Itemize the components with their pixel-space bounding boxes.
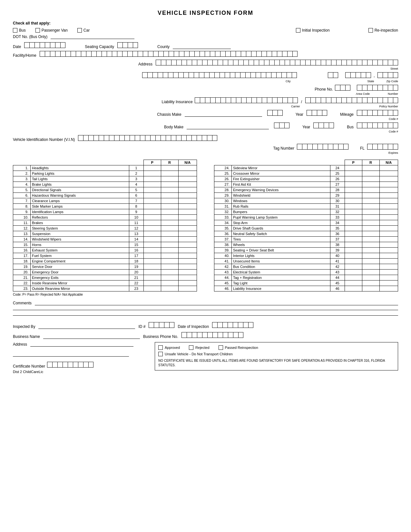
inspection-cell[interactable] [178,242,197,248]
inspection-cell[interactable] [143,226,161,231]
chassis-code-field[interactable] [267,110,283,117]
inspection-cell[interactable] [161,165,178,171]
inspection-cell[interactable] [161,231,178,237]
inspection-cell[interactable] [178,226,197,231]
inspection-cell[interactable] [362,259,379,264]
inspection-cell[interactable] [379,182,398,187]
inspection-cell[interactable] [143,165,161,171]
seating-field[interactable] [117,42,138,49]
fl-field[interactable] [367,144,398,151]
address-city-field[interactable] [142,72,297,79]
dot-field[interactable] [51,39,134,39]
inspection-cell[interactable] [178,182,197,187]
comments-field[interactable] [35,305,398,305]
inspection-cell[interactable] [178,286,197,291]
inspection-cell[interactable] [379,193,398,198]
reinspection-checkbox-box[interactable] [368,28,373,33]
inspection-cell[interactable] [345,209,362,215]
inspection-cell[interactable] [143,270,161,275]
inspection-cell[interactable] [161,275,178,281]
inspection-cell[interactable] [178,176,197,182]
inspection-cell[interactable] [161,204,178,209]
approved-checkbox[interactable] [158,345,163,350]
inspection-cell[interactable] [178,248,197,253]
inspection-cell[interactable] [178,220,197,226]
inspection-cell[interactable] [362,171,379,176]
inspection-cell[interactable] [379,171,398,176]
inspection-cell[interactable] [178,259,197,264]
inspection-cell[interactable] [178,198,197,204]
inspection-cell[interactable] [143,275,161,281]
inspection-cell[interactable] [161,286,178,291]
inspection-cell[interactable] [379,275,398,281]
inspection-cell[interactable] [362,176,379,182]
inspection-cell[interactable] [345,275,362,281]
inspection-cell[interactable] [362,275,379,281]
inspection-cell[interactable] [379,220,398,226]
car-checkbox-box[interactable] [77,28,82,33]
inspection-cell[interactable] [362,209,379,215]
inspection-cell[interactable] [345,187,362,193]
inspection-cell[interactable] [161,281,178,286]
phone-number-field[interactable] [357,85,398,92]
inspection-cell[interactable] [143,171,161,176]
inspection-cell[interactable] [178,253,197,259]
inspection-cell[interactable] [178,264,197,270]
vin-field[interactable] [78,135,217,142]
inspection-cell[interactable] [178,270,197,275]
inspection-cell[interactable] [362,281,379,286]
inspection-cell[interactable] [178,281,197,286]
inspection-cell[interactable] [178,231,197,237]
bus-checkbox[interactable]: Bus [13,28,26,33]
inspection-cell[interactable] [379,176,398,182]
passenger-van-checkbox-box[interactable] [35,28,40,33]
inspection-cell[interactable] [362,220,379,226]
inspection-cell[interactable] [345,281,362,286]
inspection-cell[interactable] [345,171,362,176]
inspection-cell[interactable] [379,286,398,291]
inspection-cell[interactable] [161,270,178,275]
inspection-cell[interactable] [178,171,197,176]
inspection-cell[interactable] [143,242,161,248]
inspection-cell[interactable] [362,286,379,291]
inspection-cell[interactable] [362,215,379,220]
inspection-cell[interactable] [379,270,398,275]
passed-reinspection-checkbox[interactable] [219,345,223,350]
inspection-cell[interactable] [178,215,197,220]
car-checkbox[interactable]: Car [77,28,90,33]
unsafe-checkbox[interactable] [158,352,163,356]
inspection-cell[interactable] [345,259,362,264]
inspection-cell[interactable] [362,193,379,198]
inspection-cell[interactable] [143,198,161,204]
business-name-field[interactable] [43,339,140,339]
inspection-cell[interactable] [178,187,197,193]
inspection-cell[interactable] [362,237,379,242]
id-field[interactable] [149,322,174,329]
inspection-cell[interactable] [345,165,362,171]
inspection-cell[interactable] [345,220,362,226]
inspection-cell[interactable] [178,237,197,242]
body-code-field[interactable] [274,123,289,129]
liability-carrier-field[interactable] [195,97,298,104]
inspection-cell[interactable] [143,182,161,187]
inspection-cell[interactable] [143,253,161,259]
address-bottom-field[interactable] [30,346,133,347]
inspection-cell[interactable] [161,176,178,182]
inspection-cell[interactable] [362,182,379,187]
reinspection-checkbox[interactable]: Re-inspection [368,28,398,33]
inspection-cell[interactable] [178,204,197,209]
body-year-field[interactable] [313,123,334,129]
inspection-cell[interactable] [178,275,197,281]
inspection-cell[interactable] [362,248,379,253]
inspection-cell[interactable] [143,176,161,182]
inspection-cell[interactable] [143,204,161,209]
inspection-cell[interactable] [345,253,362,259]
address-state-field[interactable] [328,72,338,79]
inspection-cell[interactable] [379,165,398,171]
inspection-cell[interactable] [362,187,379,193]
inspection-cell[interactable] [379,231,398,237]
rejected-checkbox[interactable] [189,345,193,350]
inspection-cell[interactable] [379,226,398,231]
address-zip-field[interactable] [345,72,371,79]
inspection-cell[interactable] [345,237,362,242]
